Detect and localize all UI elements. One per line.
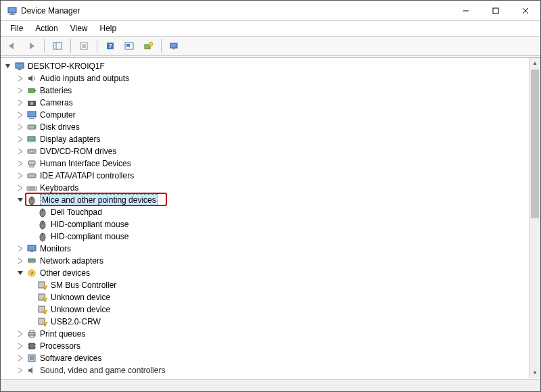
chevron-right-icon[interactable]: [16, 98, 25, 107]
chevron-right-icon[interactable]: [16, 244, 25, 253]
svg-rect-1: [11, 13, 14, 14]
svg-point-35: [30, 150, 33, 153]
window-controls: [451, 1, 540, 20]
menu-file[interactable]: File: [5, 22, 28, 34]
tree-item-dvd[interactable]: DVD/CD-ROM drives: [3, 145, 529, 157]
chevron-right-icon[interactable]: [16, 134, 25, 144]
close-button[interactable]: [511, 1, 540, 20]
tree-item-other[interactable]: ? Other devices: [3, 267, 529, 279]
tree-item-mice-label: Mice and other pointing devices: [40, 194, 158, 206]
svg-rect-2: [9, 14, 15, 15]
tree-item-mice-hid2[interactable]: HID-compliant mouse: [3, 230, 529, 243]
monitor-icon: [26, 243, 37, 254]
vertical-scrollbar[interactable]: ▲ ▼: [529, 57, 540, 378]
ide-icon: [26, 170, 37, 181]
chevron-right-icon[interactable]: [16, 341, 25, 351]
back-button[interactable]: [3, 38, 21, 54]
svg-rect-50: [28, 245, 36, 251]
svg-text:!: !: [45, 286, 46, 290]
camera-icon: [26, 97, 37, 108]
chevron-right-icon[interactable]: [16, 86, 25, 95]
maximize-button[interactable]: [481, 1, 511, 20]
tree-item-computer[interactable]: Computer: [3, 109, 529, 121]
svg-rect-16: [126, 44, 130, 47]
toolbar-separator: [70, 39, 71, 53]
tree-item-processors[interactable]: Processors: [3, 340, 529, 352]
svg-rect-53: [30, 262, 31, 264]
tree-item-sound[interactable]: Sound, video and game controllers: [3, 364, 529, 376]
menu-action[interactable]: Action: [30, 22, 63, 34]
tree-item-display[interactable]: Display adapters: [3, 133, 529, 145]
chevron-right-icon[interactable]: [16, 183, 25, 193]
svg-rect-38: [28, 174, 36, 178]
computer-icon: [14, 61, 25, 72]
unknown-device-warning-icon: !: [37, 304, 48, 315]
scroll-down-arrow-icon[interactable]: ▼: [530, 367, 540, 378]
chevron-right-icon[interactable]: [16, 110, 25, 120]
show-hide-tree-button[interactable]: [49, 38, 66, 54]
chevron-right-icon[interactable]: [16, 122, 25, 132]
svg-rect-36: [28, 161, 35, 165]
tree-item-other-sm[interactable]: ! SM Bus Controller: [3, 279, 529, 291]
chevron-right-icon[interactable]: [16, 329, 25, 339]
tree-item-keyboards[interactable]: Keyboards: [3, 182, 529, 194]
svg-rect-66: [30, 330, 34, 333]
title-bar: Device Manager: [1, 1, 540, 21]
chevron-right-icon[interactable]: [16, 256, 25, 266]
add-legacy-hardware-button[interactable]: [139, 38, 157, 54]
mouse-icon: [37, 207, 48, 218]
chevron-right-icon[interactable]: [16, 366, 25, 375]
tree-item-other-unk2[interactable]: ! Unknown device: [3, 303, 529, 316]
chevron-right-icon[interactable]: [16, 353, 25, 363]
tree-root[interactable]: DESKTOP-KROIQ1F: [3, 60, 529, 72]
svg-point-27: [30, 102, 34, 105]
minimize-button[interactable]: [451, 1, 481, 20]
chevron-down-icon[interactable]: [16, 268, 25, 278]
svg-rect-25: [34, 90, 36, 91]
help-button[interactable]: ?: [101, 38, 119, 54]
forward-button[interactable]: [22, 38, 40, 54]
chevron-right-icon[interactable]: [16, 159, 25, 168]
chevron-right-icon[interactable]: [16, 171, 25, 180]
expand-icon[interactable]: [3, 62, 13, 71]
tree-item-mice[interactable]: Mice and other pointing devices: [3, 194, 529, 206]
unknown-device-warning-icon: !: [37, 292, 48, 303]
tree-item-other-unk1[interactable]: ! Unknown device: [3, 291, 529, 303]
tree-item-ide[interactable]: IDE ATA/ATAPI controllers: [3, 170, 529, 182]
tree-item-cameras[interactable]: Cameras: [3, 97, 529, 109]
properties-button[interactable]: [75, 38, 93, 54]
disk-icon: [26, 122, 37, 132]
tree-item-network[interactable]: Network adapters: [3, 255, 529, 267]
computer-icon: [26, 109, 37, 120]
display-adapter-icon: [26, 134, 37, 145]
tree-item-disk[interactable]: Disk drives: [3, 121, 529, 133]
chevron-down-icon[interactable]: [16, 195, 25, 205]
svg-rect-67: [30, 335, 34, 337]
device-tree-panel: DESKTOP-KROIQ1F Audio inputs and outputs…: [1, 57, 540, 378]
chevron-right-icon[interactable]: [16, 74, 25, 83]
tree-item-hid[interactable]: Human Interface Devices: [3, 157, 529, 170]
chevron-right-icon[interactable]: [16, 147, 25, 156]
device-tree[interactable]: DESKTOP-KROIQ1F Audio inputs and outputs…: [1, 57, 529, 378]
menu-help[interactable]: Help: [95, 22, 122, 34]
tree-item-other-usb[interactable]: ! USB2.0-CRW: [3, 316, 529, 328]
scrollbar-thumb[interactable]: [531, 70, 539, 218]
scroll-up-arrow-icon[interactable]: ▲: [530, 57, 540, 69]
tree-item-batteries[interactable]: Batteries: [3, 84, 529, 97]
tree-item-mice-dell[interactable]: Dell Touchpad: [3, 206, 529, 218]
scan-hardware-button[interactable]: [120, 38, 138, 54]
svg-rect-7: [53, 43, 62, 49]
tree-item-print[interactable]: Print queues: [3, 328, 529, 340]
tree-item-mice-hid1[interactable]: HID-compliant mouse: [3, 218, 529, 230]
audio-icon: [26, 73, 37, 84]
toolbar-separator: [161, 39, 162, 53]
toolbar-separator: [97, 39, 97, 53]
devices-by-type-button[interactable]: [166, 38, 183, 54]
tree-item-audio[interactable]: Audio inputs and outputs: [3, 72, 529, 84]
tree-item-monitors[interactable]: Monitors: [3, 243, 529, 255]
svg-rect-39: [27, 187, 37, 191]
toolbar: ?: [1, 36, 540, 56]
menu-view[interactable]: View: [65, 22, 93, 34]
network-icon: [26, 255, 37, 266]
tree-item-software[interactable]: Software devices: [3, 352, 529, 364]
